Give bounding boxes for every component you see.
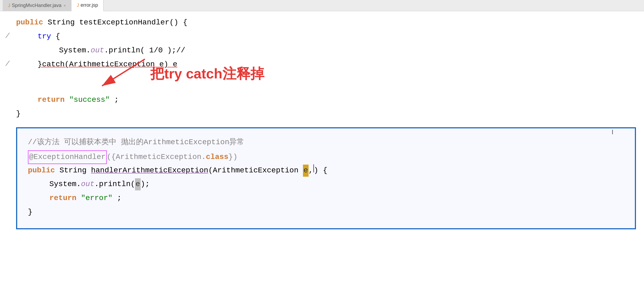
code-method-line: public String handlerArithmeticException… xyxy=(28,164,624,178)
code-return-error-line: return "error" ; xyxy=(28,192,624,206)
code-println-line: System. out .println( e ); xyxy=(28,178,624,192)
java-file-icon: J xyxy=(8,3,10,8)
editor-container: J SpringMvcHandler.java × J error.jsp pu… xyxy=(0,0,644,290)
code-println-b2: ); xyxy=(141,178,150,190)
slash-marker-1: / xyxy=(5,31,10,42)
code-text-5a xyxy=(65,94,69,106)
method-name: handlerArithmeticException xyxy=(91,165,208,177)
code-brace-close-1: } xyxy=(16,108,21,120)
code-return-text xyxy=(76,192,81,204)
annotation-params: ({ArithmeticException. xyxy=(107,151,206,163)
param-e-highlighted: e xyxy=(303,165,309,177)
keyword-public-2: public xyxy=(28,165,55,177)
annotation-box-exceptionhandler: @ExceptionHandler xyxy=(28,150,107,164)
code-system-3: System. xyxy=(59,45,91,57)
code-method-text2: (ArithmeticException xyxy=(208,165,303,177)
slash-marker-2: / xyxy=(5,59,10,70)
code-out-3: out xyxy=(91,45,104,57)
code-brace-close-text: } xyxy=(28,206,32,218)
annotation-exceptionhandler: @ExceptionHandler xyxy=(29,153,106,161)
keyword-class: class xyxy=(206,151,228,163)
annotation-label: 把try catch注释掉 xyxy=(150,64,264,83)
keyword-public-1: public xyxy=(16,17,43,29)
code-method-text1: String xyxy=(55,165,91,177)
code-method-text4: ) { xyxy=(314,165,327,177)
code-system-b: System. xyxy=(49,178,81,190)
jsp-file-icon: J xyxy=(77,3,79,8)
param-e-gray: e xyxy=(135,178,141,190)
annotation-params-close: }) xyxy=(228,151,237,163)
tab-errorjsp[interactable]: J error.jsp xyxy=(71,0,104,11)
code-text-5b: ; xyxy=(110,94,119,106)
code-println-b1: .println( xyxy=(94,178,135,190)
code-println-3: .println( 1/0 );// xyxy=(104,45,185,57)
code-return-semi: ; xyxy=(112,192,122,204)
code-line-1: public String testExceptionHandler() { xyxy=(16,17,644,31)
tab-label-springmvchandler: SpringMvcHandler.java xyxy=(12,3,61,8)
tab-label-errorjsp: error.jsp xyxy=(80,2,98,8)
cursor-i-marker: I xyxy=(612,128,613,136)
keyword-return-1: return xyxy=(38,94,65,106)
code-method-text3: , xyxy=(309,165,313,177)
string-success: "success" xyxy=(69,94,110,106)
code-line-6: } xyxy=(16,108,644,122)
exception-handler-box: I //该方法 可以捕获本类中 抛出的ArithmeticException异常… xyxy=(16,127,636,229)
annotation-arrow xyxy=(86,56,161,99)
code-annotation-line: @ExceptionHandler ({ArithmeticException.… xyxy=(28,150,624,164)
code-comment-line: //该方法 可以捕获本类中 抛出的ArithmeticException异常 xyxy=(28,136,624,150)
code-text-1: String testExceptionHandler() { xyxy=(43,17,188,29)
code-brace-close-2: } xyxy=(28,206,624,220)
keyword-return-2: return xyxy=(49,192,76,204)
code-top-section: public String testExceptionHandler() { /… xyxy=(0,11,644,240)
code-out-b: out xyxy=(81,178,94,190)
string-error: "error" xyxy=(81,192,113,204)
code-text-2: { xyxy=(51,31,60,43)
tab-springmvchandler[interactable]: J SpringMvcHandler.java × xyxy=(3,0,71,11)
keyword-try: try xyxy=(38,31,51,43)
comment-text: //该方法 可以捕获本类中 抛出的ArithmeticException异常 xyxy=(28,136,244,148)
svg-line-1 xyxy=(102,59,145,86)
code-line-2: / try { xyxy=(16,31,644,45)
tab-bar: J SpringMvcHandler.java × J error.jsp xyxy=(0,0,644,11)
code-line-5: return "success" ; xyxy=(16,94,644,108)
tab-close-springmvchandler[interactable]: × xyxy=(64,3,66,8)
